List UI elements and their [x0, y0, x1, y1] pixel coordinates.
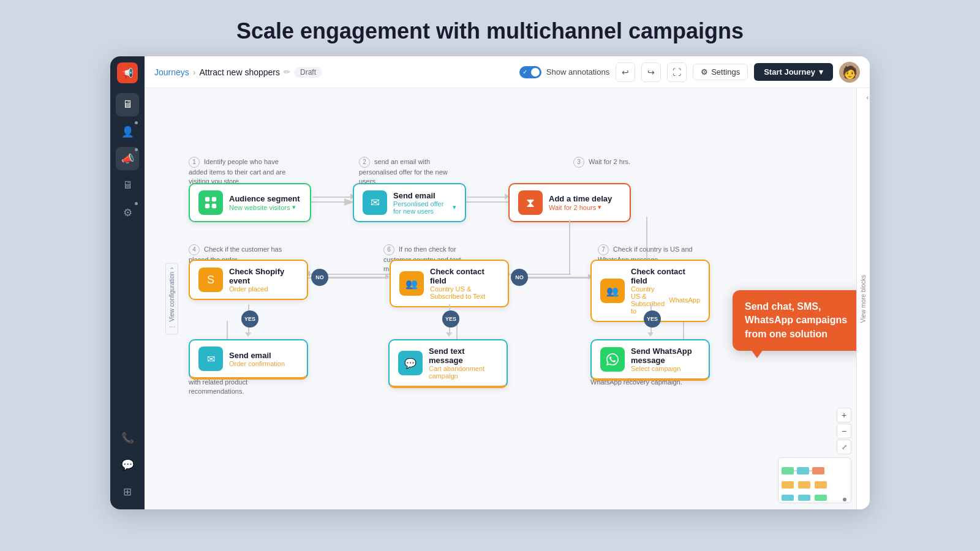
badge-contact1-yes: YES [442, 310, 459, 328]
contact-1-sub: Country US & Subscribed to Text [430, 285, 499, 300]
annotation-3: 3 Wait for 2 hrs. [573, 157, 630, 168]
page-title: Scale engagement with multichannel campa… [236, 18, 744, 44]
email-icon: ✉ [363, 190, 387, 215]
svg-rect-20 [815, 481, 827, 489]
sms-title: Send text message [429, 347, 498, 365]
audience-sub: New website visitors ▾ [229, 203, 300, 211]
sidebar-item-calls[interactable]: 📞 [116, 426, 139, 449]
node-check-shopify[interactable]: S Check Shopify event Order placed [189, 260, 308, 300]
tooltip-text: Send chat, SMS, WhatsApp campaigns from … [745, 301, 847, 339]
sidebar-item-marketing[interactable]: 📣 [116, 147, 139, 170]
sidebar-item-settings[interactable]: ⚙ [116, 201, 139, 224]
svg-point-26 [843, 498, 846, 501]
delay-title: Add a time delay [549, 194, 612, 203]
node-send-whatsapp[interactable]: Send WhatsApp message Select campaign [590, 339, 710, 381]
annotation-1: 1 Identify people who have added items t… [189, 157, 287, 187]
annotation-num-6: 6 [383, 244, 394, 255]
edit-icon[interactable]: ✏ [284, 67, 290, 77]
header-actions: ✓ Show annotations ↩ ↪ ⛶ ⚙ Settings [519, 62, 860, 83]
canvas: ⚠ 1 Identify people who have added items… [145, 88, 870, 509]
sidebar-item-messages[interactable]: 💬 [116, 453, 139, 476]
node-send-email-2[interactable]: ✉ Send email Order confirmation [189, 339, 308, 380]
settings-icon: ⚙ [123, 206, 132, 219]
redo-icon: ↪ [647, 67, 655, 77]
audience-icon [198, 190, 223, 215]
user-avatar[interactable]: 🧑 [839, 62, 860, 83]
view-configuration-tab[interactable]: ⋮ View configuration › [165, 263, 178, 335]
node-time-delay[interactable]: ⧗ Add a time delay Wait for 2 hours ▾ [508, 183, 631, 222]
annotations-toggle[interactable]: ✓ Show annotations [519, 66, 609, 78]
sms-sub: Cart abandonment campaign [429, 365, 498, 380]
shopify-sub: Order placed [229, 285, 298, 293]
chevron-right-icon[interactable]: ‹ [867, 94, 869, 101]
undo-icon: ↩ [622, 67, 629, 77]
arrow-contact1-yes [446, 332, 452, 337]
annotation-num-4: 4 [189, 244, 200, 255]
contact-1-text: Check contact field Country US & Subscri… [430, 267, 499, 300]
whatsapp-sub: Select campaign [631, 365, 700, 372]
annotation-2: 2 send an email with personalised offer … [359, 157, 457, 187]
sidebar-logo: 📢 [117, 62, 138, 83]
svg-rect-14 [212, 204, 216, 208]
start-journey-button[interactable]: Start Journey ▾ [754, 63, 833, 81]
email-2-title: Send email [229, 351, 285, 360]
draft-badge: Draft [294, 67, 322, 78]
more-blocks-label[interactable]: View more blocks [860, 275, 867, 323]
svg-rect-21 [782, 495, 794, 501]
contact-2-sub: Country US & Subscribed to WhatsApp [631, 285, 700, 315]
svg-rect-18 [782, 481, 794, 489]
settings-button[interactable]: ⚙ Settings [693, 64, 748, 80]
breadcrumb-journeys[interactable]: Journeys [154, 67, 189, 77]
email-2-sub: Order confirmation [229, 360, 285, 367]
email-1-title: Send email [393, 191, 456, 200]
sidebar-item-monitor[interactable]: 🖥 [116, 174, 139, 197]
annotation-text-1: Identify people who have added items to … [189, 158, 285, 185]
undo-button[interactable]: ↩ [616, 62, 635, 82]
redo-button[interactable]: ↪ [641, 62, 661, 82]
monitor-icon: 🖥 [123, 179, 133, 192]
annotations-label: Show annotations [546, 67, 609, 77]
node-check-contact-1[interactable]: 👥 Check contact field Country US & Subsc… [390, 260, 509, 307]
node-send-sms[interactable]: 💬 Send text message Cart abandonment cam… [388, 339, 508, 388]
sidebar-item-campaigns[interactable]: 🖥 [116, 93, 139, 116]
tooltip-multichannel: Send chat, SMS, WhatsApp campaigns from … [733, 290, 867, 351]
zoom-out-button[interactable]: − [837, 424, 851, 438]
view-more-blocks-panel[interactable]: ‹ View more blocks [856, 88, 870, 509]
shopify-title: Check Shopify event [229, 267, 298, 285]
svg-rect-22 [798, 495, 810, 501]
breadcrumb-current: Attract new shoppers [199, 67, 280, 77]
dropdown-arrow-icon: ▾ [819, 67, 823, 77]
sidebar-item-contacts[interactable]: 👤 [116, 120, 139, 143]
svg-rect-11 [205, 197, 209, 201]
whatsapp-icon [600, 347, 625, 372]
toggle-switch[interactable]: ✓ [519, 66, 541, 78]
svg-rect-17 [812, 467, 824, 474]
shopify-icon: S [198, 268, 223, 292]
annotation-text-3: Wait for 2 hrs. [589, 158, 630, 165]
fullscreen-button[interactable]: ⛶ [667, 62, 687, 82]
connector-1-2 [313, 197, 353, 198]
fit-view-button[interactable]: ⤢ [837, 440, 851, 454]
expand-icon: ⛶ [673, 67, 681, 77]
audience-title: Audience segment [229, 194, 300, 203]
hourglass-icon: ⧗ [518, 190, 543, 215]
email-2-icon: ✉ [198, 347, 223, 371]
contact-2-title: Check contact field [631, 267, 700, 285]
zoom-controls: + − ⤢ [837, 408, 851, 454]
node-send-email-1[interactable]: ✉ Send email Personlised offer for new u… [353, 183, 466, 222]
node-audience-segment[interactable]: Audience segment New website visitors ▾ [189, 183, 311, 222]
marketing-icon: 📣 [121, 152, 134, 165]
sidebar-item-apps[interactable]: ⊞ [116, 480, 139, 503]
view-config-label: View configuration [168, 272, 175, 322]
campaigns-icon: 🖥 [123, 99, 133, 111]
annotation-num-1: 1 [189, 157, 200, 168]
connector-contact1-no [528, 277, 589, 278]
zoom-in-button[interactable]: + [837, 408, 851, 422]
svg-rect-23 [815, 495, 827, 501]
toggle-check-icon: ✓ [522, 69, 527, 75]
whatsapp-title: Send WhatsApp message [631, 347, 700, 365]
svg-rect-16 [797, 467, 809, 474]
start-label: Start Journey [764, 67, 815, 77]
mini-map-svg [778, 458, 851, 503]
svg-rect-13 [205, 204, 209, 208]
